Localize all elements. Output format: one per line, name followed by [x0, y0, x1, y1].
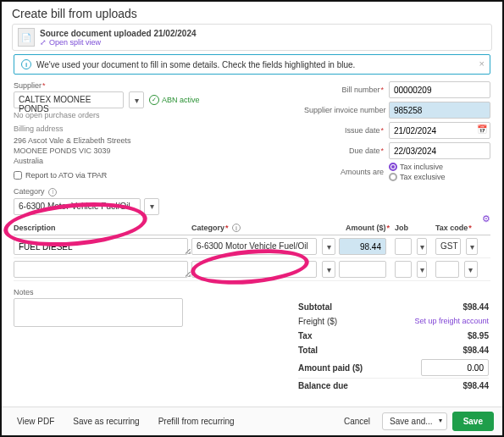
tax-exclusive-radio[interactable]: Tax exclusive — [389, 173, 490, 181]
info-icon: i — [21, 59, 31, 69]
no-po: No open purchase orders — [14, 111, 287, 119]
chevron-down-icon[interactable]: ▾ — [322, 261, 335, 278]
calendar-icon[interactable]: 📅 — [477, 124, 487, 134]
open-split-view[interactable]: ⤢Open split view — [40, 38, 197, 47]
category-label: Category — [14, 187, 45, 196]
chevron-down-icon[interactable]: ▾ — [466, 238, 478, 255]
amt-input[interactable] — [339, 238, 386, 255]
save-and-button[interactable]: Save and... — [382, 412, 447, 430]
lines-table: ⚙ Description Category i Amount ($) Job … — [14, 224, 490, 282]
info-alert: i We've used your document to fill in so… — [14, 54, 490, 75]
supplier-select[interactable]: CALTEX MOONEE PONDS — [14, 91, 124, 108]
alert-text: We've used your document to fill in some… — [36, 60, 355, 69]
tax-inclusive-radio[interactable]: Tax inclusive — [389, 163, 490, 171]
abn-status: ABN active — [149, 95, 200, 105]
info-icon[interactable]: i — [48, 188, 57, 196]
chevron-down-icon[interactable]: ▾ — [464, 261, 478, 278]
cancel-button[interactable]: Cancel — [337, 413, 377, 429]
billno-input[interactable] — [389, 81, 490, 98]
issue-label: Issue date — [304, 126, 389, 135]
chevron-down-icon[interactable]: ▾ — [417, 261, 427, 278]
page-title: Create bill from uploads — [2, 2, 502, 24]
freight-link[interactable]: Set up freight account — [414, 317, 489, 326]
totals: Subtotal$98.44 Freight ($)Set up freight… — [298, 300, 489, 393]
doc-thumb: 📄 — [18, 28, 35, 47]
gear-icon[interactable]: ⚙ — [482, 213, 490, 224]
supplier-label: Supplier — [14, 81, 287, 90]
tpar-checkbox[interactable]: Report to ATO via TPAR — [14, 171, 287, 180]
close-icon[interactable]: × — [479, 58, 485, 69]
save-button[interactable]: Save — [452, 412, 494, 431]
chevron-down-icon[interactable]: ▾ — [417, 238, 427, 255]
supplier-dropdown[interactable]: ▾ — [129, 91, 144, 108]
col-desc: Description — [14, 224, 191, 233]
col-amt: Amount ($) — [339, 224, 390, 233]
col-tax: Tax code — [430, 224, 481, 233]
view-pdf-button[interactable]: View PDF — [10, 413, 61, 429]
amounts-label: Amounts are — [304, 168, 389, 176]
tax-select[interactable]: GST — [435, 238, 461, 255]
desc-input[interactable] — [14, 238, 188, 255]
chevron-down-icon[interactable]: ▾ — [322, 238, 335, 255]
save-recurring-button[interactable]: Save as recurring — [66, 413, 146, 429]
line-cat-select[interactable]: 6-6300 Motor Vehicle Fuel/Oil — [191, 238, 317, 255]
source-doc-panel: 📄 Source document uploaded 21/02/2024 ⤢O… — [12, 24, 492, 51]
job-select[interactable] — [395, 261, 412, 278]
notes-input[interactable] — [14, 298, 183, 327]
table-row[interactable]: ▾ ▾ ▾ — [14, 258, 490, 281]
info-icon[interactable]: i — [232, 224, 241, 232]
desc-input[interactable] — [14, 261, 188, 278]
billno-label: Bill number — [304, 86, 389, 94]
table-row[interactable]: 6-6300 Motor Vehicle Fuel/Oil▾ ▾ GST▾ — [14, 235, 490, 258]
category-select[interactable]: 6-6300 Motor Vehicle Fuel/Oil — [14, 198, 141, 215]
line-cat-select[interactable] — [191, 261, 317, 278]
supinv-input[interactable] — [389, 102, 490, 119]
billing-addr-label: Billing address — [14, 124, 287, 133]
prefill-recurring-button[interactable]: Prefill from recurring — [152, 413, 241, 429]
footer: View PDF Save as recurring Prefill from … — [2, 407, 502, 435]
due-input[interactable] — [389, 142, 490, 159]
issue-input[interactable] — [389, 122, 490, 139]
col-job: Job — [390, 224, 430, 233]
due-label: Due date — [304, 147, 389, 155]
category-dropdown[interactable]: ▾ — [144, 198, 159, 215]
job-select[interactable] — [395, 238, 412, 255]
col-cat: Category i — [191, 224, 339, 233]
notes-label: Notes — [14, 288, 183, 296]
tax-select[interactable] — [435, 261, 459, 278]
amount-paid-input[interactable] — [421, 359, 489, 376]
expand-icon: ⤢ — [40, 38, 47, 47]
amt-input[interactable] — [339, 261, 386, 278]
uploaded-label: Source document uploaded 21/02/2024 — [40, 29, 197, 38]
supinv-label: Supplier invoice number — [304, 106, 389, 114]
billing-address: 296 Ascot Vale & Elizabeth StreetsMOONEE… — [14, 136, 287, 166]
